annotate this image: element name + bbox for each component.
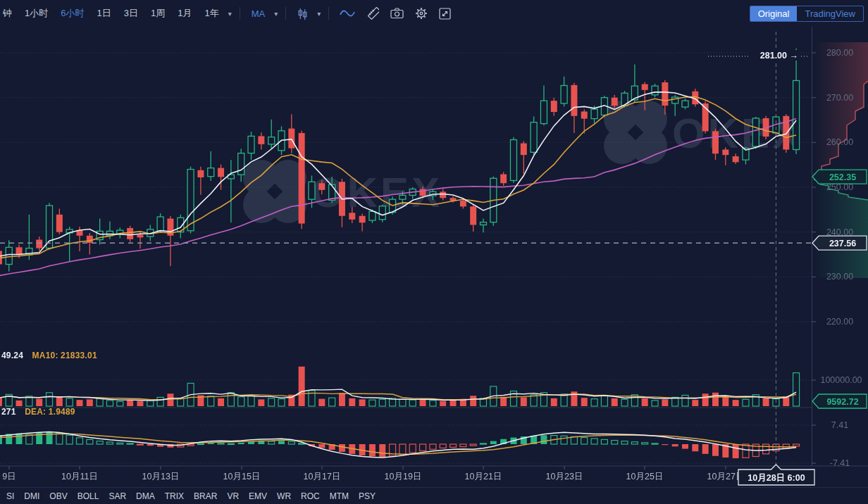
crosshair-price-badge-text: 237.56 <box>829 239 856 248</box>
candlestick-button[interactable] <box>291 8 314 20</box>
timeframe-1年[interactable]: 1年 <box>198 7 225 20</box>
gear-icon <box>415 7 428 20</box>
svg-text:10月17日: 10月17日 <box>304 472 341 481</box>
indicator-SI[interactable]: SI <box>1 491 19 501</box>
timeframe-group: 钟1小时6小时1日3日1周1月1年▾MA▾ <box>1 7 280 20</box>
indicator-WR[interactable]: WR <box>272 491 296 501</box>
gear-button[interactable] <box>409 7 433 20</box>
macd-layer <box>0 432 800 459</box>
wave-icon <box>340 8 355 18</box>
svg-text:100000.00: 100000.00 <box>820 375 862 385</box>
last-price-badge-text: 252.35 <box>829 172 856 182</box>
svg-text:10月13日: 10月13日 <box>142 472 180 481</box>
volume-layer <box>0 367 800 406</box>
svg-text:270.00: 270.00 <box>826 93 853 103</box>
svg-text:220.00: 220.00 <box>826 317 853 327</box>
high-price-marker: 281.00 → <box>760 51 798 61</box>
view-option-tradingview[interactable]: TradingView <box>797 6 863 21</box>
svg-text:9日: 9日 <box>2 472 16 481</box>
chart-canvas[interactable]: OKEXOKEX281.00 →280.00270.00260.00250.00… <box>0 27 868 487</box>
toolbar-divider <box>240 7 240 20</box>
fullscreen-icon <box>439 8 451 20</box>
timeframe-1日[interactable]: 1日 <box>90 7 117 20</box>
indicator-BRAR[interactable]: BRAR <box>189 491 222 501</box>
indicator-bar: SIDMIOBVBOLLSARDMATRIXBRARVREMVWRROCMTMP… <box>0 487 868 504</box>
toolbar-divider <box>285 7 286 20</box>
candles-layer <box>0 49 800 272</box>
ruler-icon <box>366 7 379 20</box>
chart-tools-group: ▾ <box>280 7 457 20</box>
svg-text:10月11日: 10月11日 <box>61 472 98 481</box>
chart-type-caret[interactable]: ▾ <box>314 10 323 18</box>
axes: 280.00270.00260.00250.00240.00230.00220.… <box>0 27 868 481</box>
candlestick-icon <box>297 8 309 20</box>
svg-text:10月21日: 10月21日 <box>465 472 502 481</box>
indicator-SAR[interactable]: SAR <box>104 491 131 501</box>
timeframe-3日[interactable]: 3日 <box>118 7 144 20</box>
ruler-button[interactable] <box>361 7 385 20</box>
trading-chart-app: 钟1小时6小时1日3日1周1月1年▾MA▾ ▾ OriginalTradingV… <box>0 0 868 504</box>
timeframe-6小时[interactable]: 6小时 <box>54 7 90 20</box>
wave-button[interactable] <box>334 8 361 18</box>
timeframe-more-caret[interactable]: ▾ <box>225 10 235 18</box>
svg-text:10月25日: 10月25日 <box>626 472 664 481</box>
timeframe-钟[interactable]: 钟 <box>1 7 18 20</box>
chart-area: OKEXOKEX281.00 →280.00270.00260.00250.00… <box>0 27 868 487</box>
svg-text:7.41: 7.41 <box>831 420 848 430</box>
ma-caret[interactable]: ▾ <box>271 10 280 18</box>
chart-toolbar: 钟1小时6小时1日3日1周1月1年▾MA▾ ▾ OriginalTradingV… <box>0 0 868 27</box>
indicator-TRIX[interactable]: TRIX <box>160 491 189 501</box>
indicator-EMV[interactable]: EMV <box>244 491 272 501</box>
svg-text:280.00: 280.00 <box>826 48 853 58</box>
timeframe-1月[interactable]: 1月 <box>171 7 198 20</box>
crosshair-date-text: 10月28日 6:00 <box>748 473 805 483</box>
fullscreen-button[interactable] <box>433 8 457 20</box>
svg-text:10月19日: 10月19日 <box>385 472 422 481</box>
indicator-MTM[interactable]: MTM <box>325 491 354 501</box>
timeframe-1小时[interactable]: 1小时 <box>18 7 54 20</box>
svg-text:260.00: 260.00 <box>826 137 853 147</box>
svg-text:10月15日: 10月15日 <box>223 472 261 481</box>
view-option-original[interactable]: Original <box>750 6 798 21</box>
indicator-ROC[interactable]: ROC <box>296 491 325 501</box>
camera-icon <box>390 8 404 19</box>
indicator-BOLL[interactable]: BOLL <box>73 491 104 501</box>
camera-button[interactable] <box>385 8 409 19</box>
indicator-DMI[interactable]: DMI <box>19 491 44 501</box>
ma-indicator-button[interactable]: MA <box>245 8 272 19</box>
indicator-DMA[interactable]: DMA <box>131 491 160 501</box>
indicator-PSY[interactable]: PSY <box>354 491 380 501</box>
svg-text:230.00: 230.00 <box>826 272 853 282</box>
svg-text:10月23日: 10月23日 <box>546 472 583 481</box>
toolbar-divider <box>328 7 329 20</box>
indicator-OBV[interactable]: OBV <box>44 491 72 501</box>
timeframe-1周[interactable]: 1周 <box>144 7 171 20</box>
view-mode-toggle: OriginalTradingView <box>750 6 864 22</box>
volume-value-badge-text: 9592.72 <box>826 397 858 407</box>
svg-text:-7.41: -7.41 <box>830 458 850 468</box>
indicator-VR[interactable]: VR <box>222 491 244 501</box>
okex-watermark: OKEXOKEX <box>243 101 803 223</box>
